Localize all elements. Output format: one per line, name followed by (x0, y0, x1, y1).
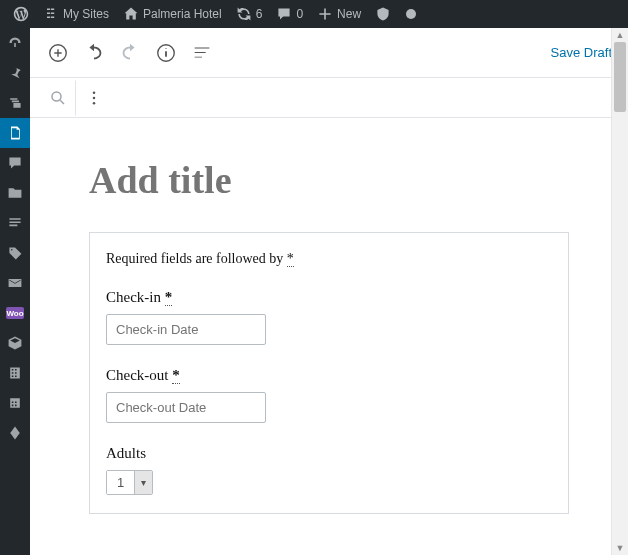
checkout-field: Check-out * (106, 367, 552, 423)
block-options-button[interactable] (76, 80, 112, 116)
new-label: New (337, 7, 361, 21)
redo-button[interactable] (112, 35, 148, 71)
sidebar-pin[interactable] (0, 58, 30, 88)
updates-count: 6 (256, 7, 263, 21)
shield-item[interactable] (368, 0, 398, 28)
my-sites-label: My Sites (63, 7, 109, 21)
booking-form-block: Required fields are followed by * Check-… (89, 232, 569, 514)
comments-count: 0 (296, 7, 303, 21)
save-draft-button[interactable]: Save Draft (545, 45, 618, 60)
sidebar-tag[interactable] (0, 238, 30, 268)
shield-icon (375, 6, 391, 22)
add-block-button[interactable] (40, 35, 76, 71)
updates-icon (236, 6, 252, 22)
sidebar-folder[interactable] (0, 178, 30, 208)
home-icon (123, 6, 139, 22)
scroll-down-arrow[interactable]: ▼ (612, 541, 628, 555)
block-toolbar (30, 78, 628, 118)
sidebar-dashboard[interactable] (0, 28, 30, 58)
adults-select[interactable]: 1 ▾ (106, 470, 153, 495)
sidebar-products[interactable] (0, 328, 30, 358)
scroll-up-arrow[interactable]: ▲ (612, 28, 628, 42)
sidebar-more[interactable] (0, 418, 30, 448)
editor: Save Draft Required fields are followed … (30, 28, 628, 555)
checkin-field: Check-in * (106, 289, 552, 345)
vertical-scrollbar[interactable]: ▲ ▼ (611, 28, 628, 555)
adults-value: 1 (107, 471, 134, 494)
checkout-date-input[interactable] (106, 392, 266, 423)
post-title-input[interactable] (89, 158, 569, 202)
new-item[interactable]: New (310, 0, 368, 28)
checkin-date-input[interactable] (106, 314, 266, 345)
sidebar-calendar[interactable] (0, 388, 30, 418)
plus-icon (317, 6, 333, 22)
checkout-label: Check-out * (106, 367, 552, 384)
svg-point-6 (93, 101, 96, 104)
site-name-item[interactable]: Palmeria Hotel (116, 0, 229, 28)
updates-item[interactable]: 6 (229, 0, 270, 28)
woocommerce-icon: Woo (6, 307, 24, 319)
sidebar-forms[interactable] (0, 208, 30, 238)
sidebar-comments[interactable] (0, 148, 30, 178)
circle-icon (405, 8, 417, 20)
scroll-thumb[interactable] (614, 42, 626, 112)
chevron-down-icon: ▾ (134, 471, 152, 494)
comment-icon (276, 6, 292, 22)
sidebar-mail[interactable] (0, 268, 30, 298)
admin-bar: My Sites Palmeria Hotel 6 0 New (0, 0, 628, 28)
svg-point-0 (406, 9, 416, 19)
site-name-label: Palmeria Hotel (143, 7, 222, 21)
wordpress-logo-icon (13, 6, 29, 22)
sidebar-pages[interactable] (0, 118, 30, 148)
required-note: Required fields are followed by * (106, 251, 552, 267)
outline-button[interactable] (184, 35, 220, 71)
adults-field: Adults 1 ▾ (106, 445, 552, 495)
editor-toolbar: Save Draft (30, 28, 628, 78)
admin-sidebar: Woo (0, 28, 30, 555)
checkin-label: Check-in * (106, 289, 552, 306)
sidebar-media[interactable] (0, 88, 30, 118)
svg-point-3 (52, 92, 61, 101)
home-network-icon (43, 6, 59, 22)
sidebar-woocommerce[interactable]: Woo (0, 298, 30, 328)
sidebar-building[interactable] (0, 358, 30, 388)
svg-point-4 (93, 91, 96, 94)
adults-label: Adults (106, 445, 552, 462)
block-search-button[interactable] (40, 80, 76, 116)
editor-canvas[interactable]: Required fields are followed by * Check-… (30, 118, 628, 555)
wordpress-logo-item[interactable] (6, 0, 36, 28)
undo-button[interactable] (76, 35, 112, 71)
extra-item[interactable] (398, 0, 424, 28)
info-button[interactable] (148, 35, 184, 71)
svg-point-5 (93, 96, 96, 99)
comments-item[interactable]: 0 (269, 0, 310, 28)
my-sites-item[interactable]: My Sites (36, 0, 116, 28)
